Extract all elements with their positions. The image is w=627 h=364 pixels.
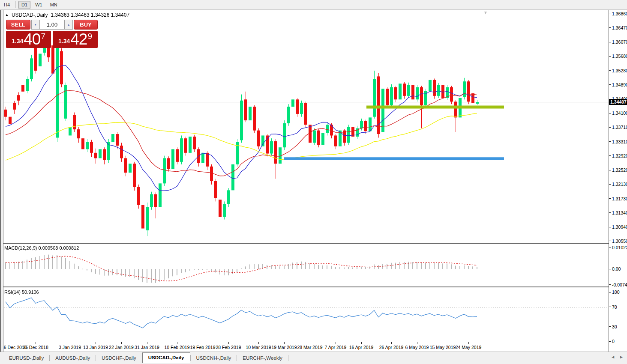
price-tick <box>609 14 611 14</box>
rsi-axis-label: 70 <box>612 304 617 310</box>
price-tick-label: 1.32130 <box>612 182 627 187</box>
date-tick <box>177 342 177 344</box>
buy-price-prefix: 1.34 <box>58 38 70 45</box>
volume-input[interactable]: 1.00 <box>40 20 65 30</box>
price-tick <box>609 127 611 128</box>
macd-axis-tick <box>609 269 611 269</box>
timeframe-button-d1[interactable]: D1 <box>18 1 30 9</box>
date-tick <box>121 342 122 344</box>
price-tick-label: 1.31340 <box>612 210 627 215</box>
price-axis[interactable]: 1.368601.364701.360701.356801.352801.348… <box>609 10 627 352</box>
price-tick <box>609 84 611 85</box>
price-tick <box>609 141 611 142</box>
timeframe-button-w1[interactable]: W1 <box>32 1 45 9</box>
date-tick <box>203 342 203 344</box>
date-tick <box>228 342 229 344</box>
price-tick-label: 1.32520 <box>612 167 627 173</box>
tab-scroll-right-icon[interactable]: ► <box>619 354 624 360</box>
date-tick <box>336 342 336 344</box>
date-tick <box>417 342 417 344</box>
rsi-axis-label: 0 <box>612 339 615 344</box>
macd-axis-label: -0.00747 <box>612 282 627 287</box>
current-price-box: 1.34407 <box>609 99 627 105</box>
volume-increase-button[interactable]: ▲ <box>64 20 73 30</box>
price-tick <box>609 198 611 199</box>
chart-symbol-period: USDCAD-,Daily <box>12 12 48 18</box>
price-tick <box>609 184 611 185</box>
sell-price-pips: 40 <box>24 31 40 48</box>
chart-shift-marker-icon[interactable]: ▼ <box>483 10 488 15</box>
panel-divider-macd[interactable] <box>0 243 627 244</box>
tab-eurusd[interactable]: EURUSD-,Daily <box>3 354 49 363</box>
price-tick-label: 1.32920 <box>612 153 627 158</box>
price-tick <box>609 56 611 57</box>
price-tick <box>609 170 611 170</box>
timeframe-toolbar: H4D1W1MN <box>0 0 627 10</box>
macd-axis-tick <box>609 284 611 285</box>
price-tick-label: 1.36070 <box>612 39 627 45</box>
macd-axis-label: 0.010229 <box>612 245 627 250</box>
tab-usdcad[interactable]: USDCAD-,Daily <box>142 352 190 363</box>
tab-scroll-controls: ◄ ► <box>611 354 624 360</box>
chart-tabs: EURUSD-,DailyAUDUSD-,DailyUSDCHF-,DailyU… <box>3 352 288 364</box>
collapse-triangle-icon[interactable]: ▲ <box>5 13 9 17</box>
price-tick <box>609 212 611 213</box>
volume-decrease-button[interactable]: ▼ <box>31 20 40 30</box>
sell-price-display[interactable]: 1.34 40 7 <box>6 31 51 48</box>
price-tick-label: 1.33710 <box>612 125 627 130</box>
buy-button[interactable]: BUY <box>74 20 98 30</box>
date-tick-label: 31 Jan 2019 <box>135 345 159 350</box>
rsi-axis-tick <box>609 307 611 307</box>
price-tick-label: 1.36860 <box>612 11 627 16</box>
price-tick-label: 1.35680 <box>612 54 627 59</box>
timeframe-button-h4[interactable]: H4 <box>1 1 13 9</box>
tab-usdchf[interactable]: USDCHF-,Daily <box>96 354 142 363</box>
rsi-axis-tick <box>609 326 611 327</box>
toolbar-divider <box>15 1 16 8</box>
price-tick-label: 1.31730 <box>612 196 627 201</box>
date-tick <box>96 342 96 344</box>
date-tick <box>468 342 469 344</box>
price-tick <box>609 70 611 71</box>
macd-axis-label: 0.00 <box>612 266 621 272</box>
sell-button[interactable]: SELL <box>6 20 30 30</box>
price-tick-label: 1.36470 <box>612 25 627 30</box>
date-tick <box>284 342 285 344</box>
price-tick-label: 1.33310 <box>612 139 627 144</box>
tab-eurchf[interactable]: EURCHF-,Weekly <box>237 354 288 363</box>
date-tick-label: 3 Jan 2019 <box>59 345 81 350</box>
date-tick-label: 7 Apr 2019 <box>325 345 347 350</box>
price-tick <box>609 27 611 28</box>
timeframe-button-mn[interactable]: MN <box>47 1 60 9</box>
tab-audusd[interactable]: AUDUSD-,Daily <box>50 354 96 363</box>
price-tick-label: 1.30940 <box>612 224 627 230</box>
date-tick-label: 24 May 2019 <box>456 345 482 350</box>
date-tick-label: 16 Apr 2019 <box>349 345 374 350</box>
buy-price-pips: 42 <box>70 31 87 48</box>
date-tick <box>361 342 362 344</box>
date-tick <box>36 342 36 344</box>
date-tick-label: 22 Jan 2019 <box>109 345 134 350</box>
window-left-border <box>0 10 3 352</box>
price-tick <box>609 241 611 241</box>
chart-ohlc-values: 1.34363 1.34463 1.34326 1.34407 <box>51 12 130 18</box>
macd-axis-tick <box>609 248 611 248</box>
price-tick <box>609 155 611 156</box>
buy-price-display[interactable]: 1.34 42 9 <box>53 31 98 48</box>
date-tick <box>310 342 310 344</box>
date-axis[interactable]: 16 Dec 201825 Dec 20183 Jan 201913 Jan 2… <box>0 342 609 352</box>
one-click-trading-widget: SELL ▼ 1.00 ▲ BUY 1.34 40 7 1.34 42 9 <box>6 20 98 48</box>
date-tick <box>10 342 10 344</box>
price-tick-label: 1.30550 <box>612 239 627 244</box>
tab-usdcnh[interactable]: USDCNH-,Daily <box>191 354 237 363</box>
price-tick-label: 1.34100 <box>612 110 627 116</box>
price-tick-label: 1.35280 <box>612 68 627 73</box>
tab-separator <box>288 355 288 361</box>
panel-divider-rsi[interactable] <box>0 286 627 287</box>
rsi-panel-canvas[interactable] <box>0 288 609 342</box>
date-tick <box>70 342 70 344</box>
macd-panel-canvas[interactable] <box>0 245 609 286</box>
sell-price-prefix: 1.34 <box>12 38 23 45</box>
date-tick-label: 15 May 2019 <box>430 345 456 350</box>
tab-scroll-left-icon[interactable]: ◄ <box>611 354 615 360</box>
